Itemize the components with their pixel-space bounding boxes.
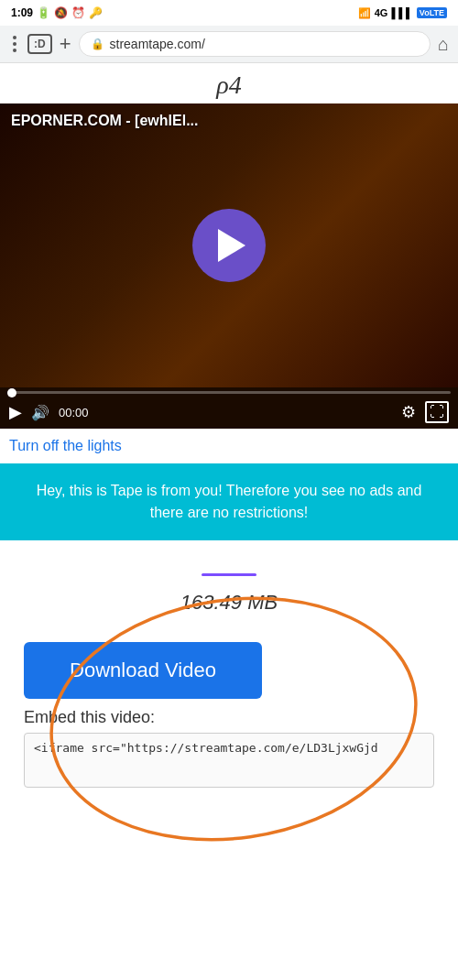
turn-off-lights-link[interactable]: Turn off the lights (0, 429, 458, 463)
mute-icon: 🔕 (54, 6, 68, 19)
content-area: 163.49 MB Download Video Embed this vide… (0, 540, 458, 870)
tape-notice: Hey, this is Tape is from you! Therefore… (0, 463, 458, 540)
play-pause-button[interactable]: ▶ (9, 402, 22, 422)
signal-label: 4G (375, 7, 388, 18)
volte-badge: VoLTE (417, 7, 447, 18)
embed-code-box[interactable]: <iframe src="https://streamtape.com/e/LD… (24, 733, 434, 788)
status-bar: 1:09 🔋 🔕 ⏰ 🔑 📶 4G ▌▌▌ VoLTE (0, 0, 458, 26)
fullscreen-button[interactable]: ⛶ (425, 401, 449, 423)
signal-bars: ▌▌▌ (391, 7, 412, 18)
browser-toolbar: :D + 🔒 streamtape.com/ ⌂ (0, 26, 458, 63)
key-icon: 🔑 (89, 6, 103, 19)
progress-container[interactable] (0, 387, 458, 396)
progress-dot (7, 388, 16, 397)
video-thumbnail[interactable]: EPORNER.COM - [ewhlEl... (0, 103, 458, 387)
embed-label: Embed this video: (24, 708, 434, 727)
battery-icon: 🔋 (37, 6, 50, 19)
progress-track[interactable] (7, 391, 451, 394)
lock-icon: 🔒 (91, 38, 104, 50)
time-display: 1:09 (11, 6, 33, 19)
address-bar[interactable]: 🔒 streamtape.com/ (79, 31, 431, 57)
settings-button[interactable]: ⚙ (401, 402, 416, 422)
file-size-value: 163.49 MB (180, 591, 278, 615)
new-tab-button[interactable]: + (60, 34, 71, 54)
status-left: 1:09 🔋 🔕 ⏰ 🔑 (11, 6, 103, 19)
volume-button[interactable]: 🔊 (31, 404, 49, 421)
address-text: streamtape.com/ (110, 37, 419, 51)
controls-bar: ▶ 🔊 00:00 ⚙ ⛶ (0, 396, 458, 429)
wifi-icon: 📶 (358, 7, 371, 19)
home-button[interactable]: ⌂ (438, 34, 449, 55)
download-video-button[interactable]: Download Video (24, 642, 262, 699)
play-button-center[interactable] (192, 209, 266, 282)
page-heading: ρ4 (0, 63, 458, 103)
video-player: EPORNER.COM - [ewhlEl... ▶ 🔊 00:00 ⚙ ⛶ (0, 103, 458, 429)
alarm-icon: ⏰ (71, 6, 85, 19)
video-title: EPORNER.COM - [ewhlEl... (0, 103, 209, 138)
play-triangle-icon (218, 229, 245, 262)
time-display: 00:00 (59, 406, 392, 419)
browser-menu-button[interactable] (9, 32, 20, 56)
status-right: 📶 4G ▌▌▌ VoLTE (358, 7, 447, 19)
file-size-bar (202, 573, 256, 576)
tab-switcher-button[interactable]: :D (27, 34, 52, 54)
file-size-section: 163.49 MB (15, 559, 443, 624)
